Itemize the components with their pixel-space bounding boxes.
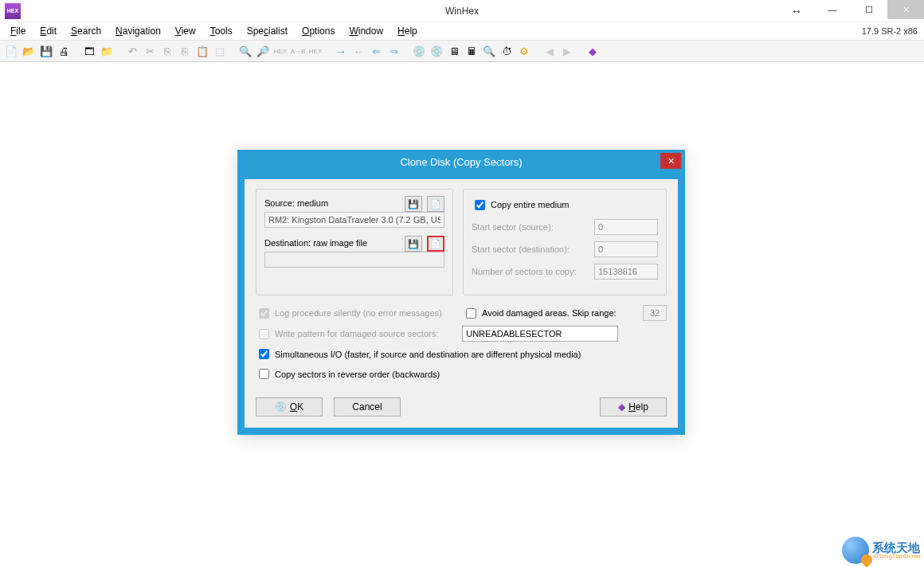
- find-icon[interactable]: 🔍: [237, 43, 253, 59]
- simultaneous-io-checkbox[interactable]: [259, 349, 269, 359]
- help-icon: ◆: [618, 401, 625, 413]
- paste-icon[interactable]: 📋: [194, 43, 210, 59]
- copy-block-icon[interactable]: ⎘: [177, 43, 193, 59]
- resize-grip-icon[interactable]: ↔: [787, 0, 806, 22]
- source-disk-button[interactable]: 💾: [405, 196, 422, 212]
- paste-hex-icon[interactable]: ⬚: [212, 43, 228, 59]
- write-pattern-checkbox: [259, 329, 269, 339]
- ram-icon[interactable]: 🖥: [446, 43, 462, 59]
- prev-icon[interactable]: ⇐: [368, 43, 384, 59]
- globe-icon: [842, 537, 869, 564]
- reverse-order-checkbox[interactable]: [259, 369, 269, 379]
- undo-icon[interactable]: ↶: [124, 43, 140, 59]
- num-sectors-label: Number of sectors to copy:: [472, 267, 576, 276]
- watermark: 系统天地 XiTongTianDi.net: [842, 537, 921, 564]
- simultaneous-io-label: Simultaneous I/O (faster, if source and …: [275, 350, 581, 359]
- help-button[interactable]: ◆ Help: [600, 397, 667, 416]
- dest-label: Destination: raw image file: [264, 238, 367, 248]
- find-text-icon[interactable]: HEX: [272, 43, 288, 59]
- menu-file[interactable]: File: [3, 24, 33, 38]
- menu-window[interactable]: Window: [342, 24, 390, 38]
- skip-range-input: [643, 305, 667, 321]
- stopwatch-icon[interactable]: ⏱: [499, 43, 515, 59]
- avoid-damaged-label: Avoid damaged areas. Skip range:: [482, 308, 617, 318]
- ok-icon: 💿: [275, 401, 287, 413]
- properties-icon[interactable]: 🗔: [81, 43, 97, 59]
- toolbar: 📄 📂 💾 🖨 🗔 📁 ↶ ✂ ⎘ ⎘ 📋 ⬚ 🔍 🔎 HEX A→B HEX …: [0, 40, 924, 62]
- disk2-icon[interactable]: 💿: [429, 43, 444, 59]
- clone-disk-dialog: Clone Disk (Copy Sectors) ✕ Source: medi…: [237, 150, 685, 435]
- log-silent-checkbox: [259, 308, 269, 319]
- num-sectors-input: [594, 264, 658, 280]
- open-disk-icon[interactable]: 📁: [99, 43, 115, 59]
- new-file-icon[interactable]: 📄: [3, 43, 19, 59]
- menu-search[interactable]: Search: [64, 24, 108, 38]
- replace-icon[interactable]: A→B: [290, 43, 306, 59]
- sector-panel: Copy entire medium Start sector (source)…: [463, 189, 667, 295]
- next-icon[interactable]: ⇒: [386, 43, 401, 59]
- log-silent-label: Log procedure silently (no error message…: [275, 308, 442, 318]
- open-folder-icon[interactable]: 📂: [21, 43, 37, 59]
- disk1-icon[interactable]: 💿: [411, 43, 427, 59]
- print-icon[interactable]: 🖨: [56, 43, 72, 59]
- back-icon[interactable]: ←: [350, 43, 366, 59]
- menu-specialist[interactable]: Specialist: [240, 24, 295, 38]
- watermark-cn: 系统天地: [872, 542, 921, 553]
- write-pattern-label: Write pattern for damaged source sectors…: [275, 329, 438, 338]
- reverse-order-label: Copy sectors in reverse order (backwards…: [275, 370, 440, 379]
- source-dest-panel: Source: medium 💾 📄 Destination: raw imag…: [256, 189, 453, 295]
- dialog-title: Clone Disk (Copy Sectors): [400, 156, 522, 168]
- save-icon[interactable]: 💾: [38, 43, 54, 59]
- maximize-button[interactable]: ☐: [851, 0, 887, 19]
- calc-icon[interactable]: 🖩: [464, 43, 480, 59]
- start-dst-input: [594, 241, 658, 257]
- menu-tools[interactable]: Tools: [203, 24, 240, 38]
- goto-icon[interactable]: →: [333, 43, 349, 59]
- prev2-icon[interactable]: ◀: [542, 43, 558, 59]
- replace-hex-icon[interactable]: HEX: [307, 43, 323, 59]
- pattern-input[interactable]: [462, 326, 618, 342]
- menu-navigation[interactable]: Navigation: [108, 24, 168, 38]
- find-hex-icon[interactable]: 🔎: [255, 43, 271, 59]
- cancel-button[interactable]: Cancel: [334, 397, 401, 416]
- avoid-damaged-checkbox[interactable]: [466, 308, 476, 319]
- start-src-label: Start sector (source):: [472, 222, 554, 232]
- window-title: WinHex: [445, 6, 479, 17]
- dest-file-button[interactable]: 📄: [427, 236, 444, 252]
- dialog-close-button[interactable]: ✕: [660, 153, 681, 169]
- dialog-titlebar[interactable]: Clone Disk (Copy Sectors) ✕: [238, 151, 684, 173]
- version-label: 17.9 SR-2 x86: [862, 26, 918, 36]
- ok-button[interactable]: 💿 OK: [256, 397, 323, 416]
- dest-disk-button[interactable]: 💾: [405, 236, 422, 252]
- next2-icon[interactable]: ▶: [559, 43, 575, 59]
- source-label: Source: medium: [264, 198, 328, 208]
- cut-icon[interactable]: ✂: [142, 43, 158, 59]
- start-src-input: [594, 219, 658, 235]
- gear-icon[interactable]: ⚙: [516, 43, 532, 59]
- menubar: File Edit Search Navigation View Tools S…: [0, 22, 924, 40]
- menu-edit[interactable]: Edit: [33, 24, 64, 38]
- source-file-button[interactable]: 📄: [427, 196, 444, 212]
- analyze-icon[interactable]: 🔍: [481, 43, 497, 59]
- menu-view[interactable]: View: [168, 24, 203, 38]
- help-icon[interactable]: ◆: [585, 43, 601, 59]
- dest-input[interactable]: [264, 252, 444, 268]
- copy-entire-checkbox[interactable]: [475, 200, 485, 210]
- menu-help[interactable]: Help: [390, 24, 425, 38]
- close-button[interactable]: ✕: [887, 0, 924, 19]
- copy-entire-label: Copy entire medium: [491, 200, 569, 209]
- menu-options[interactable]: Options: [295, 24, 342, 38]
- app-icon: HEX: [5, 3, 21, 19]
- minimize-button[interactable]: —: [814, 0, 851, 19]
- main-area: Clone Disk (Copy Sectors) ✕ Source: medi…: [0, 62, 924, 567]
- copy-icon[interactable]: ⎘: [159, 43, 175, 59]
- titlebar: HEX WinHex ↔ — ☐ ✕: [0, 0, 924, 22]
- source-input[interactable]: [264, 212, 444, 228]
- watermark-en: XiTongTianDi.net: [872, 553, 921, 560]
- start-dst-label: Start sector (destination):: [472, 244, 570, 254]
